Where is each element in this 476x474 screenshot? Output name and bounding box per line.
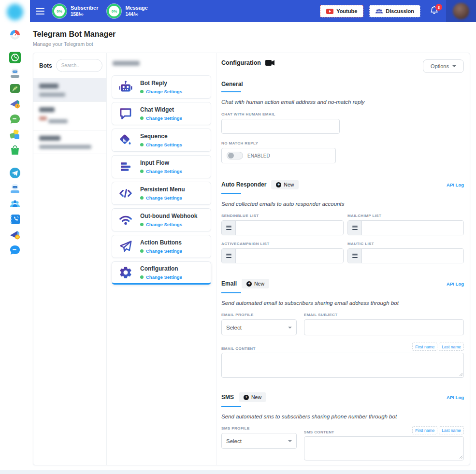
sequence-icon: [117, 132, 134, 148]
change-settings-link[interactable]: Change Settings: [146, 222, 182, 227]
contacts-book-icon[interactable]: [9, 213, 21, 226]
email-profile-select[interactable]: Select: [221, 319, 297, 335]
integrations-icon[interactable]: [9, 129, 21, 141]
sms-new-button[interactable]: +New: [239, 392, 266, 402]
messenger-bot-icon[interactable]: [9, 67, 21, 79]
status-dot: [140, 170, 144, 173]
menu-card-action-buttons[interactable]: Action Buttons Change Settings: [112, 235, 211, 258]
sms-chat-icon[interactable]: [9, 244, 21, 257]
change-settings-link[interactable]: Change Settings: [146, 142, 182, 147]
first-name-token-button[interactable]: First name: [412, 343, 437, 351]
plus-icon: +: [244, 395, 249, 400]
whatsapp-icon[interactable]: [9, 51, 21, 64]
plus-icon: +: [246, 281, 252, 287]
resize-handle[interactable]: [459, 373, 463, 376]
discussion-button[interactable]: Discussion: [369, 5, 420, 17]
status-dot: [140, 223, 144, 226]
email-content-label: EMAIL CONTENT: [221, 346, 256, 351]
options-button[interactable]: Options: [423, 59, 464, 73]
subscriber-stat: 0% Subscriber 158/∞: [52, 4, 98, 18]
sendinblue-list-input[interactable]: [236, 221, 343, 235]
message-count: 144/∞: [125, 12, 147, 18]
auto-responder-new-button[interactable]: +New: [271, 180, 299, 189]
mailchimp-list-label: MAILCHIMP LIST: [347, 214, 464, 218]
page-subtitle: Manage your Telegram bot: [33, 41, 476, 47]
telegram-icon[interactable]: [9, 167, 21, 179]
app-logo[interactable]: [7, 4, 23, 20]
enabled-toggle[interactable]: [227, 152, 243, 159]
dashboard-gauge-icon[interactable]: [9, 29, 21, 41]
sms-api-log-link[interactable]: API Log: [447, 395, 464, 400]
chat-with-human-email-input[interactable]: [221, 119, 340, 134]
telegram-bot-icon[interactable]: [9, 182, 21, 195]
email-content-textarea[interactable]: [221, 353, 464, 378]
activecampaign-list-input[interactable]: [236, 249, 343, 263]
message-label: Message: [125, 5, 147, 12]
menu-card-outbound-webhook[interactable]: Out-bound Webhook Change Settings: [112, 208, 211, 231]
tab-underline: [221, 292, 241, 293]
email-description: Send automated email to subscribers shar…: [221, 300, 464, 306]
menu-card-bot-reply[interactable]: Bot Reply Change Settings: [112, 75, 211, 99]
avatar[interactable]: [453, 3, 469, 19]
tab-underline: [221, 406, 241, 407]
mailchimp-list-input[interactable]: [362, 221, 463, 235]
bots-search-input[interactable]: [56, 59, 102, 72]
bot-list-item[interactable]: [33, 102, 106, 130]
menu-card-persistent-menu[interactable]: Persistent Menu Change Settings: [112, 182, 211, 205]
mautic-list-label: MAUTIC LIST: [347, 242, 464, 246]
page-title: Telegram Bot Manager: [33, 30, 476, 39]
change-settings-link[interactable]: Change Settings: [146, 274, 182, 280]
menu-card-title: Configuration: [140, 265, 182, 272]
menu-card-chat-widget[interactable]: Chat Widget Change Settings: [112, 102, 211, 125]
configuration-icon: [117, 264, 134, 281]
first-name-token-button[interactable]: First name: [412, 426, 437, 434]
email-api-log-link[interactable]: API Log: [447, 281, 464, 287]
redacted-bot-username: [39, 145, 91, 149]
sms-content-label: SMS CONTENT: [304, 430, 334, 434]
broadcast-megaphone-icon[interactable]: $: [9, 98, 21, 110]
auto-responder-api-log-link[interactable]: API Log: [447, 182, 464, 187]
bot-list-item[interactable]: [33, 78, 106, 102]
email-subject-label: EMAIL SUBJECT: [304, 313, 464, 317]
tab-general[interactable]: General: [221, 81, 243, 87]
bot-list-item[interactable]: [33, 130, 106, 154]
status-dot: [140, 275, 144, 279]
status-dot: [140, 196, 144, 200]
sms-profile-label: SMS PROFILE: [221, 426, 297, 431]
activecampaign-list-label: ACTIVECAMPAIGN LIST: [221, 242, 344, 246]
page-header: Telegram Bot Manager Manage your Telegra…: [30, 22, 476, 50]
notifications-button[interactable]: 3: [430, 6, 438, 16]
sms-profile-select[interactable]: Select: [221, 433, 297, 449]
mautic-list-input[interactable]: [362, 249, 463, 263]
no-match-reply-label: NO MATCH REPLY: [221, 141, 464, 145]
sms-content-textarea[interactable]: [304, 436, 464, 460]
change-settings-link[interactable]: Change Settings: [146, 89, 182, 94]
menu-card-configuration[interactable]: Configuration Change Settings: [112, 261, 211, 285]
last-name-token-button[interactable]: Last name: [439, 426, 464, 434]
profile-menu[interactable]: [446, 0, 476, 22]
email-new-button[interactable]: +New: [242, 279, 269, 288]
configuration-panel: Configuration Options General Chat with …: [216, 53, 470, 465]
ecommerce-bag-icon[interactable]: [9, 144, 21, 157]
redacted-bot-username: [39, 93, 65, 97]
change-settings-link[interactable]: Change Settings: [146, 115, 182, 121]
menu-toggle-icon[interactable]: [36, 6, 44, 16]
video-tutorial-icon[interactable]: [265, 59, 275, 66]
redacted-bot-name: [39, 84, 58, 88]
change-settings-link[interactable]: Change Settings: [146, 169, 182, 174]
resize-handle[interactable]: [459, 455, 463, 459]
chat-widget-icon: [117, 105, 134, 122]
plus-icon: +: [276, 182, 281, 187]
change-settings-link[interactable]: Change Settings: [146, 248, 182, 254]
feature-menu-panel: Bot Reply Change Settings Chat Widget Ch…: [107, 53, 216, 465]
menu-card-input-flow[interactable]: Input Flow Change Settings: [112, 155, 211, 178]
last-name-token-button[interactable]: Last name: [439, 343, 464, 351]
broadcast-coin-icon[interactable]: [9, 229, 21, 241]
change-settings-link[interactable]: Change Settings: [146, 195, 182, 201]
email-subject-input[interactable]: [304, 319, 464, 335]
green-chat-icon[interactable]: [9, 113, 21, 126]
youtube-button[interactable]: Youtube: [320, 5, 363, 17]
menu-card-sequence[interactable]: Sequence Change Settings: [112, 129, 211, 152]
email-campaign-icon[interactable]: [9, 82, 21, 95]
group-members-icon[interactable]: [9, 198, 21, 210]
